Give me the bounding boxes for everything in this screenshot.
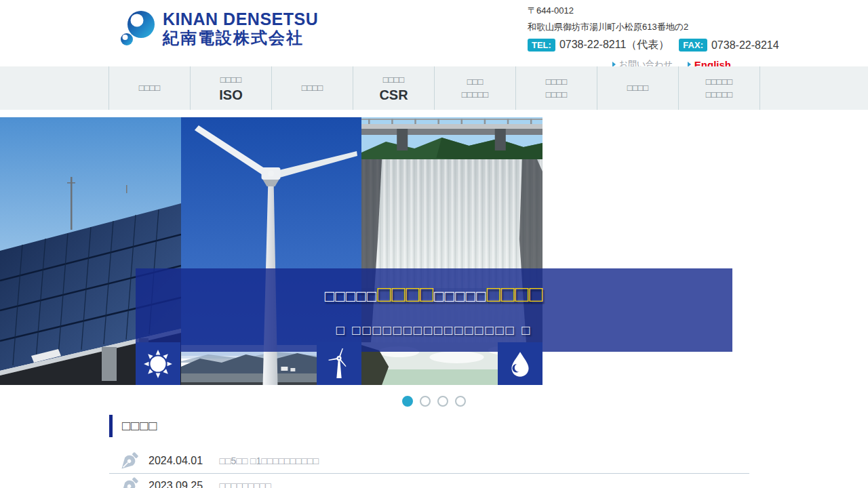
logo-text-jp: 紀南電設株式会社 (163, 30, 318, 46)
nav-item-1[interactable]: □□□□ (108, 66, 191, 110)
nav-item-5[interactable]: □□□□□□□□ (435, 66, 516, 110)
hero-catchcopy: □□□□□□□□□□□□□□□□□□ □ □□□□□□□□□□□□□□□□ □ (136, 268, 732, 352)
sun-icon (136, 342, 180, 385)
fax-number: 0738-22-8214 (711, 39, 779, 52)
logo-mark-icon (119, 9, 157, 47)
nav-item-8[interactable]: □□□□□□□□□□ (679, 66, 760, 110)
catchcopy-line2: □ □□□□□□□□□□□□□□□□ □ (136, 323, 732, 338)
tel-fax-row: TEL: 0738-22-8211（代表） FAX: 0738-22-8214 (528, 38, 741, 52)
tel-number: 0738-22-8211（代表） (559, 38, 669, 52)
carousel-dot-1[interactable] (402, 396, 413, 407)
hero-slider: □□□□□□□□□□□□□□□□□□ □ □□□□□□□□□□□□□□□□ □ (0, 117, 868, 385)
news-section: □□□□ 2024.04.01 □□5□□ □1□□□□□□□□□□ (109, 415, 749, 488)
news-item-2[interactable]: 2023.09.25 □□□□□□□□□ (109, 474, 749, 488)
news-item-1[interactable]: 2024.04.01 □□5□□ □1□□□□□□□□□□ (109, 449, 749, 474)
carousel-dot-2[interactable] (420, 396, 431, 407)
news-heading-label: □□□□ (122, 418, 157, 434)
fax-badge: FAX: (679, 39, 707, 52)
carousel-dots (0, 396, 868, 407)
water-drop-icon (498, 342, 542, 385)
tel-badge: TEL: (528, 39, 555, 52)
carousel-dot-3[interactable] (437, 396, 448, 407)
nav-item-3[interactable]: □□□□ (272, 66, 353, 110)
nav-item-6[interactable]: □□□□□□□□ (516, 66, 597, 110)
pen-icon (116, 475, 140, 488)
news-title: □□5□□ □1□□□□□□□□□□ (220, 455, 319, 466)
news-date: 2023.09.25 (149, 480, 203, 488)
company-address: 和歌山県御坊市湯川町小松原613番地の2 (528, 21, 741, 33)
nav-item-7[interactable]: □□□□ (597, 66, 679, 110)
pen-icon (116, 450, 140, 474)
news-heading: □□□□ (109, 415, 749, 437)
news-list: 2024.04.01 □□5□□ □1□□□□□□□□□□ 2023.09.25… (109, 449, 749, 488)
heading-accent-bar (109, 415, 113, 437)
nav-item-4[interactable]: □□□□CSR (353, 66, 435, 110)
carousel-dot-4[interactable] (455, 396, 466, 407)
nav-item-2[interactable]: □□□□ISO (191, 66, 272, 110)
header-contact: 〒644-0012 和歌山県御坊市湯川町小松原613番地の2 TEL: 0738… (528, 5, 741, 70)
wind-turbine-icon (317, 342, 361, 385)
catchcopy-line1: □□□□□□□□□□□□□□□□□□ (136, 275, 732, 313)
main-nav: □□□□ □□□□ISO □□□□ □□□□CSR □□□□□□□□ □□□□□… (0, 66, 868, 110)
news-date: 2024.04.01 (149, 455, 203, 466)
postal-code: 〒644-0012 (528, 5, 741, 17)
logo[interactable]: KINAN DENSETSU 紀南電設株式会社 (119, 9, 318, 47)
site-header: KINAN DENSETSU 紀南電設株式会社 〒644-0012 和歌山県御坊… (0, 0, 868, 66)
logo-text-en: KINAN DENSETSU (163, 11, 318, 28)
news-title: □□□□□□□□□ (220, 481, 271, 488)
